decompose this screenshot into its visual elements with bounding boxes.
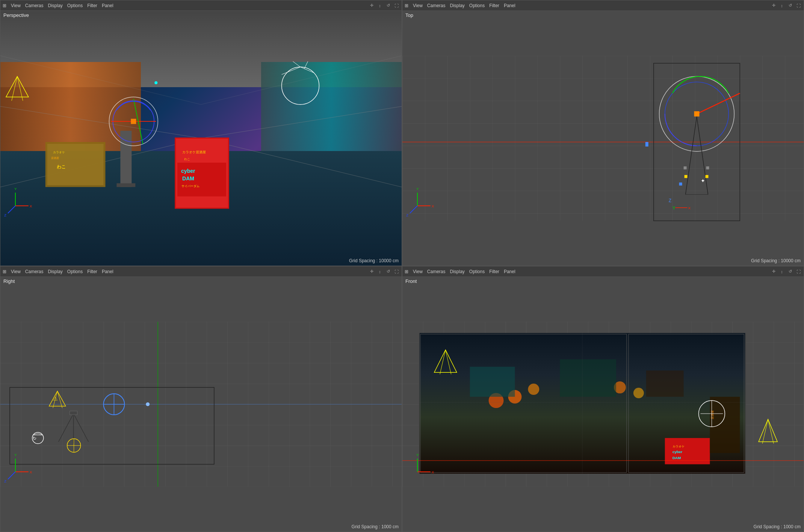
svg-rect-47: [694, 111, 700, 116]
viewport-right[interactable]: ⊞ View Cameras Display Options Filter Pa…: [0, 266, 402, 532]
svg-text:⚠: ⚠: [53, 396, 58, 402]
move-icon-top[interactable]: ✛: [771, 3, 777, 9]
svg-rect-105: [470, 367, 515, 397]
menu-filter-front[interactable]: Filter: [489, 269, 499, 274]
menu-cameras-front[interactable]: Cameras: [427, 269, 446, 274]
canvas-right[interactable]: ⚠ ↻ X Y: [0, 277, 402, 532]
svg-text:X: X: [30, 470, 32, 474]
scene-overlay-front: カラオケ cyber DAM 居酒屋: [402, 277, 804, 532]
svg-point-84: [67, 439, 81, 452]
viewport-top[interactable]: ⊞ View Cameras Display Options Filter Pa…: [402, 0, 804, 266]
reset-icon-right[interactable]: ↺: [385, 269, 391, 275]
canvas-front[interactable]: カラオケ cyber DAM 居酒屋: [402, 277, 804, 532]
menu-view-perspective[interactable]: View: [11, 3, 21, 8]
svg-rect-83: [70, 411, 77, 415]
menu-filter-top[interactable]: Filter: [489, 3, 499, 8]
svg-text:cyber: cyber: [673, 450, 683, 454]
menu-panel-top[interactable]: Panel: [504, 3, 515, 8]
svg-rect-96: [402, 322, 804, 487]
menu-panel-front[interactable]: Panel: [504, 269, 515, 274]
move-icon-front[interactable]: ✛: [771, 269, 777, 275]
svg-rect-57: [679, 183, 682, 186]
viewport-grid: ⊞ View Cameras Display Options Filter Pa…: [0, 0, 804, 532]
menu-options-right[interactable]: Options: [67, 269, 83, 274]
svg-rect-53: [685, 175, 688, 178]
svg-text:Z: Z: [406, 213, 408, 217]
menu-display-right[interactable]: Display: [48, 269, 62, 274]
menu-display-top[interactable]: Display: [450, 3, 464, 8]
menu-view-front[interactable]: View: [413, 269, 423, 274]
menu-display-perspective[interactable]: Display: [48, 3, 62, 8]
maximize-icon-perspective[interactable]: ⛶: [393, 3, 399, 9]
svg-rect-52: [706, 166, 709, 169]
reset-icon-top[interactable]: ↺: [787, 3, 793, 9]
svg-text:X: X: [432, 204, 434, 208]
svg-line-48: [686, 116, 697, 195]
svg-rect-43: [654, 63, 740, 221]
menu-view-top[interactable]: View: [413, 3, 423, 8]
transform-icon-right[interactable]: ↕: [377, 269, 383, 275]
menu-item-grid-icon-front[interactable]: ⊞: [405, 269, 408, 274]
menu-item-grid-icon-top[interactable]: ⊞: [405, 3, 408, 8]
move-icon-perspective[interactable]: ✛: [369, 3, 375, 9]
svg-rect-41: [402, 56, 804, 221]
grid-spacing-front: Grid Spacing : 1000 cm: [754, 524, 801, 529]
menu-filter-perspective[interactable]: Filter: [87, 3, 97, 8]
svg-rect-68: [0, 322, 402, 487]
svg-rect-106: [560, 359, 616, 397]
menu-options-perspective[interactable]: Options: [67, 3, 83, 8]
menu-cameras-top[interactable]: Cameras: [427, 3, 446, 8]
svg-rect-51: [684, 166, 687, 169]
menu-view-right[interactable]: View: [11, 269, 21, 274]
svg-point-72: [103, 394, 124, 415]
svg-text:カラオケ: カラオケ: [673, 445, 685, 448]
transform-icon-top[interactable]: ↕: [779, 3, 785, 9]
svg-rect-54: [705, 175, 708, 178]
menu-display-front[interactable]: Display: [450, 269, 464, 274]
svg-rect-112: [710, 397, 740, 453]
reset-icon-perspective[interactable]: ↺: [385, 3, 391, 9]
svg-text:↻: ↻: [33, 436, 36, 441]
scene-overlay-top: ✦ X Y Z Z Y X: [402, 11, 804, 266]
svg-rect-56: [645, 142, 648, 147]
svg-rect-71: [10, 387, 214, 464]
menu-filter-right[interactable]: Filter: [87, 269, 97, 274]
maximize-icon-front[interactable]: ⛶: [795, 269, 801, 275]
transform-icon-front[interactable]: ↕: [779, 269, 785, 275]
move-icon-right[interactable]: ✛: [369, 269, 375, 275]
menu-options-top[interactable]: Options: [469, 3, 485, 8]
svg-text:居酒屋: 居酒屋: [711, 410, 714, 419]
svg-text:DAM: DAM: [673, 456, 681, 460]
menu-panel-right[interactable]: Panel: [102, 269, 113, 274]
svg-point-98: [508, 390, 521, 404]
menu-panel-perspective[interactable]: Panel: [102, 3, 113, 8]
transform-icon-perspective[interactable]: ↕: [377, 3, 383, 9]
svg-line-80: [59, 414, 74, 442]
svg-text:Y: Y: [14, 453, 17, 457]
menu-item-grid-icon[interactable]: ⊞: [3, 3, 6, 8]
svg-text:Y: Y: [416, 453, 419, 457]
maximize-icon-right[interactable]: ⛶: [393, 269, 399, 275]
menubar-front: ⊞ View Cameras Display Options Filter Pa…: [402, 266, 804, 277]
svg-line-127: [768, 419, 774, 444]
menu-cameras-right[interactable]: Cameras: [25, 269, 44, 274]
svg-line-46: [697, 93, 740, 114]
canvas-perspective[interactable]: カラオケ 居酒屋 わこ カラオケ居酒屋 わこ cyber DAM サイバーダム: [0, 11, 402, 266]
svg-marker-76: [49, 391, 66, 406]
reset-icon-front[interactable]: ↺: [787, 269, 793, 275]
svg-text:Z: Z: [669, 198, 671, 203]
menubar-right: ⊞ View Cameras Display Options Filter Pa…: [0, 266, 402, 277]
svg-text:Y: Y: [416, 187, 419, 191]
canvas-top[interactable]: ✦ X Y Z Z Y X: [402, 11, 804, 266]
menu-cameras-perspective[interactable]: Cameras: [25, 3, 44, 8]
menu-options-front[interactable]: Options: [469, 269, 485, 274]
grid-spacing-top: Grid Spacing : 10000 cm: [751, 258, 801, 263]
menu-item-grid-icon-right[interactable]: ⊞: [3, 269, 6, 274]
viewport-front[interactable]: ⊞ View Cameras Display Options Filter Pa…: [402, 266, 804, 532]
svg-rect-107: [646, 370, 684, 397]
svg-rect-117: [629, 334, 744, 472]
maximize-icon-top[interactable]: ⛶: [795, 3, 801, 9]
svg-line-120: [440, 350, 446, 374]
svg-point-44: [659, 76, 734, 151]
viewport-perspective[interactable]: ⊞ View Cameras Display Options Filter Pa…: [0, 0, 402, 266]
